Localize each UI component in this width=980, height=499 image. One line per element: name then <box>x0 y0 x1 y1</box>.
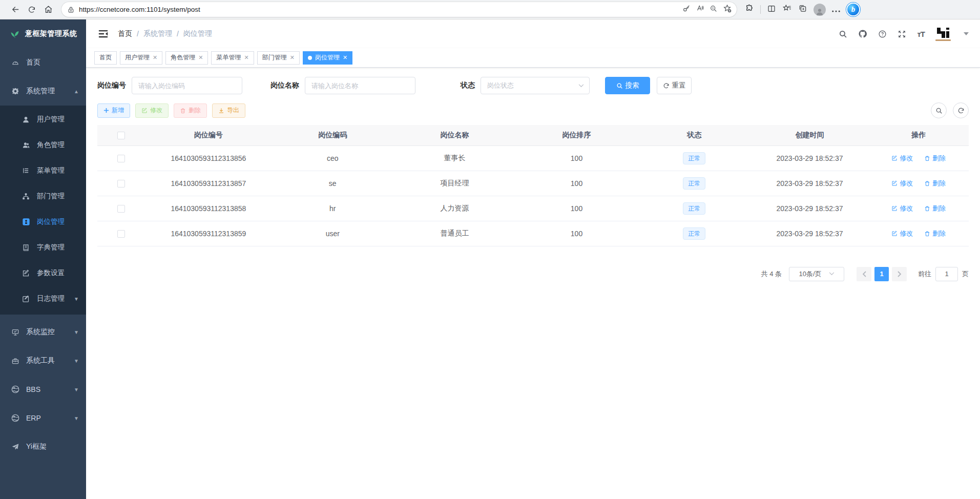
browser-home-button[interactable] <box>40 2 56 17</box>
row-edit-link[interactable]: 修改 <box>891 154 913 163</box>
sidebar-item-erp[interactable]: ERP ▼ <box>0 404 86 432</box>
close-icon[interactable]: ✕ <box>343 54 347 61</box>
header-search-icon[interactable] <box>839 30 847 38</box>
row-delete-link[interactable]: 删除 <box>924 179 946 188</box>
password-key-icon[interactable] <box>682 5 691 15</box>
tab-departments[interactable]: 部门管理✕ <box>257 51 300 65</box>
page-number-button[interactable]: 1 <box>874 267 889 281</box>
sidebar-item-roles[interactable]: 角色管理 <box>0 132 86 158</box>
status-select[interactable]: 岗位状态 <box>481 77 590 94</box>
export-button[interactable]: 导出 <box>212 103 245 118</box>
sidebar-item-home[interactable]: 首页 <box>0 48 86 77</box>
users-group-icon <box>22 141 30 149</box>
table-row: 1641030593112313859 user 普通员工 100 正常 202… <box>97 221 969 246</box>
extensions-icon[interactable] <box>745 4 754 15</box>
search-button[interactable]: 搜索 <box>605 77 650 94</box>
collections-icon[interactable] <box>782 4 792 15</box>
app-logo[interactable]: 意框架管理系统 <box>0 19 86 48</box>
address-bar[interactable]: https://ccnetcore.com:1101/system/post <box>61 2 737 17</box>
row-delete-link[interactable]: 删除 <box>924 229 946 238</box>
sidebar-toggle-icon[interactable] <box>94 25 112 43</box>
avatar-underline <box>935 39 951 41</box>
sidebar-item-departments[interactable]: 部门管理 <box>0 183 86 209</box>
row-edit-link[interactable]: 修改 <box>891 204 913 213</box>
tab-label: 角色管理 <box>171 53 195 62</box>
sidebar-item-dictionary[interactable]: 字典管理 <box>0 235 86 260</box>
select-all-checkbox[interactable] <box>117 132 125 139</box>
row-checkbox[interactable] <box>117 205 125 213</box>
browser-back-button[interactable] <box>7 2 24 17</box>
row-delete-link[interactable]: 删除 <box>924 154 946 163</box>
url-text: https://ccnetcore.com:1101/system/post <box>79 6 682 13</box>
sidebar-item-system[interactable]: 系统管理 ▲ <box>0 77 86 106</box>
delete-button-disabled[interactable]: 删除 <box>174 103 207 118</box>
row-checkbox[interactable] <box>117 155 125 162</box>
close-icon[interactable]: ✕ <box>198 54 203 61</box>
read-aloud-icon[interactable] <box>696 5 704 14</box>
edit-icon <box>891 180 898 186</box>
sidebar-item-monitor[interactable]: 系统监控 ▼ <box>0 318 86 346</box>
tab-duplicate-icon[interactable] <box>798 4 807 15</box>
zoom-out-icon[interactable] <box>710 5 718 15</box>
sidebar-item-parameters[interactable]: 参数设置 <box>0 260 86 286</box>
close-icon[interactable]: ✕ <box>153 54 157 61</box>
browser-profile-avatar[interactable] <box>814 4 826 16</box>
trash-icon <box>924 231 930 237</box>
tab-menus[interactable]: 菜单管理✕ <box>211 51 254 65</box>
sidebar-item-bbs[interactable]: BBS ▼ <box>0 375 86 404</box>
sidebar-item-tools[interactable]: 系统工具 ▼ <box>0 346 86 375</box>
user-avatar[interactable] <box>935 27 951 41</box>
page-size-select[interactable]: 10条/页 <box>789 267 844 281</box>
breadcrumb-separator: / <box>177 30 179 38</box>
row-checkbox[interactable] <box>117 230 125 238</box>
favorite-add-icon[interactable] <box>723 4 732 15</box>
split-screen-icon[interactable] <box>767 5 776 15</box>
tab-posts-active[interactable]: 岗位管理✕ <box>303 51 352 65</box>
sidebar-item-logs[interactable]: 日志管理 ▼ <box>0 286 86 311</box>
chevron-down-icon <box>578 84 584 88</box>
next-page-button[interactable] <box>892 267 907 281</box>
sidebar-item-users[interactable]: 用户管理 <box>0 107 86 132</box>
tab-label: 首页 <box>99 53 112 62</box>
yi-logo-icon <box>936 27 950 38</box>
post-name-input[interactable] <box>305 77 415 94</box>
sidebar-item-label: 系统监控 <box>26 327 67 337</box>
post-code-input[interactable] <box>132 77 242 94</box>
close-icon[interactable]: ✕ <box>244 54 248 61</box>
sidebar-item-posts[interactable]: 岗位管理 <box>0 209 86 235</box>
reset-button[interactable]: 重置 <box>657 77 692 94</box>
breadcrumb-system[interactable]: 系统管理 <box>143 29 172 38</box>
row-edit-link[interactable]: 修改 <box>891 179 913 188</box>
help-icon[interactable] <box>878 30 887 38</box>
row-checkbox[interactable] <box>117 180 125 188</box>
sidebar-item-menus[interactable]: 菜单管理 <box>0 158 86 183</box>
tab-home[interactable]: 首页 <box>94 51 117 65</box>
avatar-caret-icon[interactable] <box>964 32 969 35</box>
close-icon[interactable]: ✕ <box>290 54 295 61</box>
sidebar-item-yi-framework[interactable]: Yi框架 <box>0 432 86 461</box>
tab-users[interactable]: 用户管理✕ <box>120 51 162 65</box>
edit-button-disabled[interactable]: 修改 <box>135 103 169 118</box>
fullscreen-icon[interactable] <box>898 30 906 38</box>
github-icon[interactable] <box>858 29 867 38</box>
row-edit-link[interactable]: 修改 <box>891 229 913 238</box>
font-size-icon[interactable]: тT <box>917 30 925 38</box>
add-button[interactable]: 新增 <box>97 103 130 118</box>
chevron-down-icon: ▼ <box>74 415 79 421</box>
copilot-bing-icon[interactable]: b <box>846 3 860 16</box>
edit-icon <box>141 108 148 114</box>
app-navbar: 首页 / 系统管理 / 岗位管理 тT <box>86 19 980 48</box>
toggle-search-button[interactable] <box>931 102 947 118</box>
row-delete-link[interactable]: 删除 <box>924 204 946 213</box>
tab-roles[interactable]: 角色管理✕ <box>165 51 208 65</box>
sidebar-item-label: ERP <box>26 414 67 422</box>
browser-menu-icon[interactable] <box>832 5 840 14</box>
browser-refresh-button[interactable] <box>24 2 40 17</box>
prev-page-button[interactable] <box>857 267 871 281</box>
refresh-table-button[interactable] <box>953 102 969 118</box>
goto-page-input[interactable] <box>935 267 958 281</box>
breadcrumb-home[interactable]: 首页 <box>118 29 132 38</box>
table-header-row: 岗位编号 岗位编码 岗位名称 岗位排序 状态 创建时间 操作 <box>97 125 969 145</box>
toolbar-divider <box>760 5 761 14</box>
trash-icon <box>924 155 930 161</box>
